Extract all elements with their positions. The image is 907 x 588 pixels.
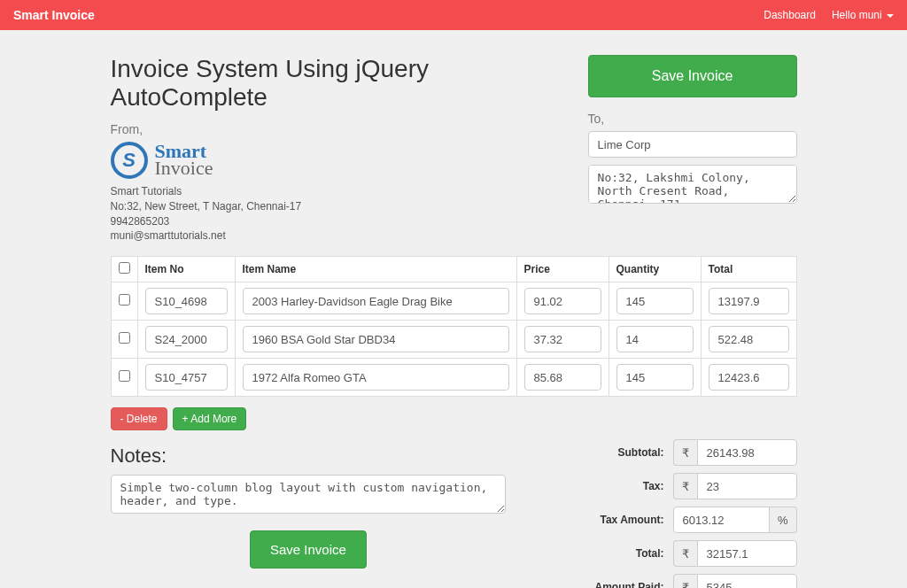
- itemno-input[interactable]: [145, 326, 228, 352]
- nav-right: Dashboard Hello muni: [764, 9, 894, 21]
- qty-input[interactable]: [616, 326, 694, 352]
- th-price: Price: [516, 257, 609, 282]
- user-menu[interactable]: Hello muni: [832, 9, 894, 21]
- delete-button[interactable]: - Delete: [111, 407, 167, 430]
- table-row: [111, 359, 796, 397]
- row-checkbox[interactable]: [119, 294, 130, 306]
- tax-input[interactable]: [697, 473, 797, 499]
- dashboard-link[interactable]: Dashboard: [764, 9, 816, 21]
- table-row: [111, 282, 796, 321]
- notes-title: Notes:: [111, 445, 507, 468]
- price-input[interactable]: [524, 364, 601, 391]
- brand: Smart Invoice: [13, 8, 95, 22]
- to-address-input[interactable]: [588, 165, 797, 204]
- top-navbar: Smart Invoice Dashboard Hello muni: [0, 0, 907, 30]
- th-itemname: Item Name: [235, 257, 516, 282]
- row-checkbox[interactable]: [119, 332, 130, 344]
- currency-icon: ₹: [673, 439, 697, 466]
- itemname-input[interactable]: [243, 364, 509, 391]
- percent-icon: %: [770, 507, 797, 533]
- logo: S Smart Invoice: [111, 142, 570, 179]
- notes-input[interactable]: [111, 475, 507, 514]
- currency-icon: ₹: [673, 574, 697, 588]
- qty-input[interactable]: [616, 364, 694, 391]
- itemname-input[interactable]: [243, 288, 509, 314]
- itemno-input[interactable]: [145, 288, 228, 314]
- total-input[interactable]: [697, 540, 797, 567]
- add-more-button[interactable]: + Add More: [173, 407, 247, 430]
- itemno-input[interactable]: [145, 364, 228, 391]
- total-label: Total:: [523, 547, 672, 560]
- th-qty: Quantity: [609, 257, 701, 282]
- from-company: Smart Tutorials: [111, 184, 570, 199]
- select-all-checkbox[interactable]: [119, 262, 130, 274]
- price-input[interactable]: [524, 288, 601, 314]
- logo-icon: S: [111, 142, 148, 179]
- table-row: [111, 321, 796, 359]
- row-checkbox[interactable]: [119, 370, 130, 382]
- currency-icon: ₹: [673, 473, 697, 499]
- logo-line2: Invoice: [155, 160, 213, 177]
- total-input[interactable]: [709, 288, 789, 314]
- from-info: Smart Tutorials No:32, New Street, T Nag…: [111, 184, 570, 244]
- currency-icon: ₹: [673, 540, 697, 567]
- paid-label: Amount Paid:: [523, 581, 672, 588]
- to-name-input[interactable]: [588, 131, 797, 158]
- total-input[interactable]: [709, 364, 789, 391]
- taxamount-label: Tax Amount:: [523, 514, 672, 526]
- paid-input[interactable]: [697, 574, 797, 588]
- invoice-table: Item No Item Name Price Quantity Total: [111, 256, 797, 397]
- from-phone: 9942865203: [111, 214, 570, 229]
- to-label: To,: [588, 112, 797, 126]
- qty-input[interactable]: [616, 288, 694, 314]
- itemname-input[interactable]: [243, 326, 509, 352]
- caret-down-icon: [887, 14, 894, 18]
- th-total: Total: [701, 257, 796, 282]
- th-itemno: Item No: [137, 257, 235, 282]
- page-title: Invoice System Using jQuery AutoComplete: [111, 55, 570, 112]
- from-label: From,: [111, 122, 570, 136]
- save-invoice-bottom-button[interactable]: Save Invoice: [250, 530, 367, 569]
- tax-label: Tax:: [523, 480, 672, 492]
- user-greeting: Hello muni: [832, 9, 882, 21]
- taxamount-input[interactable]: [673, 507, 770, 533]
- price-input[interactable]: [524, 326, 601, 352]
- from-email: muni@smarttutorials.net: [111, 228, 570, 244]
- subtotal-input[interactable]: [697, 439, 797, 466]
- from-address: No:32, New Street, T Nagar, Chennai-17: [111, 199, 570, 214]
- total-input[interactable]: [709, 326, 789, 352]
- subtotal-label: Subtotal:: [523, 446, 672, 459]
- save-invoice-top-button[interactable]: Save Invoice: [588, 55, 797, 97]
